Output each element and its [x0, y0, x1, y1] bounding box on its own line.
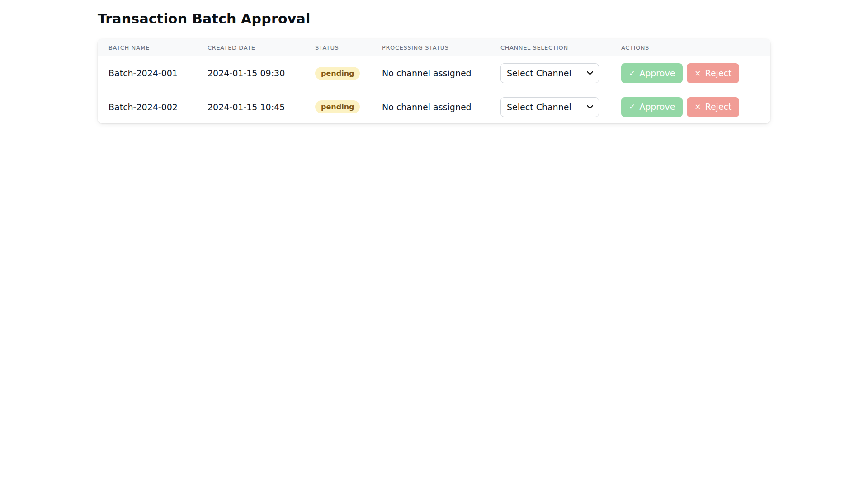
status-badge: pending	[315, 67, 360, 80]
channel-select-wrap: Select Channel	[500, 63, 599, 83]
approve-button[interactable]: ✓ Approve	[621, 63, 683, 83]
table-row: Batch-2024-001 2024-01-15 09:30 pending …	[98, 56, 770, 90]
approve-button[interactable]: ✓ Approve	[621, 97, 683, 117]
processing-status: No channel assigned	[382, 102, 500, 112]
approve-button-label: Approve	[639, 69, 675, 78]
reject-button[interactable]: × Reject	[687, 63, 739, 83]
x-icon: ×	[694, 103, 701, 111]
column-header-processing-status: Processing Status	[382, 44, 500, 51]
status-cell: pending	[315, 100, 382, 113]
approve-button-label: Approve	[639, 103, 675, 111]
column-header-status: Status	[315, 44, 382, 51]
actions-cell: ✓ Approve × Reject	[621, 63, 760, 83]
page-title: Transaction Batch Approval	[98, 11, 868, 27]
channel-select[interactable]: Select Channel	[500, 63, 599, 83]
processing-status: No channel assigned	[382, 68, 500, 78]
column-header-actions: Actions	[621, 44, 760, 51]
reject-button-label: Reject	[705, 69, 732, 78]
batch-approval-table: Batch Name Created Date Status Processin…	[98, 39, 770, 123]
table-row: Batch-2024-002 2024-01-15 10:45 pending …	[98, 90, 770, 123]
batch-name: Batch-2024-002	[108, 102, 208, 112]
channel-select-wrap: Select Channel	[500, 97, 599, 117]
batch-name: Batch-2024-001	[108, 68, 208, 78]
channel-selection-cell: Select Channel	[500, 63, 621, 83]
column-header-channel-selection: Channel Selection	[500, 44, 621, 51]
actions-cell: ✓ Approve × Reject	[621, 97, 760, 117]
reject-button[interactable]: × Reject	[687, 97, 739, 117]
status-cell: pending	[315, 67, 382, 80]
reject-button-label: Reject	[705, 103, 732, 111]
check-icon: ✓	[629, 70, 635, 77]
column-header-batch-name: Batch Name	[108, 44, 208, 51]
column-header-created-date: Created Date	[208, 44, 315, 51]
status-badge: pending	[315, 100, 360, 113]
channel-select[interactable]: Select Channel	[500, 97, 599, 117]
channel-selection-cell: Select Channel	[500, 97, 621, 117]
created-date: 2024-01-15 10:45	[208, 102, 315, 112]
page-container: Transaction Batch Approval Batch Name Cr…	[0, 0, 868, 123]
check-icon: ✓	[629, 103, 635, 111]
x-icon: ×	[694, 70, 701, 77]
created-date: 2024-01-15 09:30	[208, 68, 315, 78]
table-header-row: Batch Name Created Date Status Processin…	[98, 39, 770, 56]
